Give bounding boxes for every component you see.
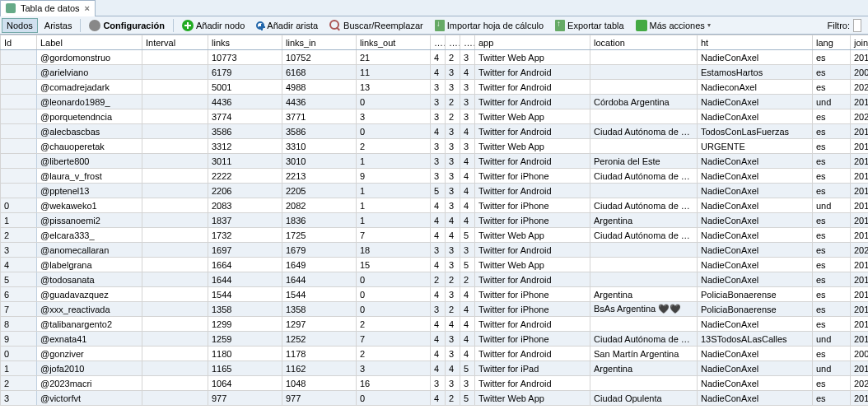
table-cell[interactable] <box>142 184 208 198</box>
table-cell[interactable]: 3 <box>431 154 446 169</box>
add-edge-button[interactable]: Añadir arista <box>251 18 323 33</box>
table-cell[interactable]: 0 <box>357 302 431 317</box>
table-cell[interactable] <box>1 50 37 65</box>
table-cell[interactable]: @comadrejadark <box>37 80 142 95</box>
table-row[interactable]: 0@gonziver118011782434Twitter for Androi… <box>1 347 869 361</box>
table-cell[interactable]: 4 <box>446 361 460 376</box>
table-cell[interactable]: Twitter for iPhone <box>475 302 590 317</box>
table-cell[interactable]: @xxx_reactivada <box>37 302 142 317</box>
table-cell[interactable]: 2020-05-16 <box>851 109 869 124</box>
table-row[interactable]: 1@pissanoemi2183718361444Twitter for iPh… <box>1 213 869 228</box>
table-cell[interactable]: 3 <box>460 50 475 65</box>
table-row[interactable]: 2@elcara333_173217257445Twitter Web AppC… <box>1 228 869 243</box>
table-cell[interactable]: es <box>813 184 851 198</box>
table-cell[interactable]: 1 <box>357 213 431 228</box>
table-cell[interactable]: Twitter Web App <box>475 258 590 272</box>
filter-input[interactable] <box>853 19 861 32</box>
table-cell[interactable]: Twitter for Android <box>475 317 590 332</box>
col-dot2[interactable]: … <box>446 35 460 50</box>
table-cell[interactable]: @talibanargento2 <box>37 317 142 332</box>
table-cell[interactable]: 3 <box>1 243 37 258</box>
table-cell[interactable]: 4 <box>431 50 446 65</box>
table-cell[interactable]: 2017-09-17 <box>851 302 869 317</box>
table-cell[interactable]: 4 <box>460 65 475 80</box>
table-cell[interactable]: Twitter for Android <box>475 243 590 258</box>
table-cell[interactable]: NadieconAxel <box>698 80 813 95</box>
table-cell[interactable]: NadieConAxel <box>698 109 813 124</box>
table-cell[interactable]: 1358 <box>208 302 282 317</box>
table-cell[interactable]: 2083 <box>208 198 282 213</box>
table-cell[interactable]: Twitter for iPad <box>475 361 590 376</box>
table-cell[interactable]: @guadavazquez <box>37 287 142 302</box>
table-cell[interactable]: 3010 <box>282 154 357 169</box>
table-cell[interactable]: 2015-06-12 <box>851 258 869 272</box>
table-cell[interactable]: 2013-06-01 <box>851 50 869 65</box>
table-cell[interactable]: 2010-01-19 <box>851 361 869 376</box>
table-cell[interactable]: PoliciaBonaerense <box>698 287 813 302</box>
table-cell[interactable]: Twitter for iPhone <box>475 198 590 213</box>
table-cell[interactable]: es <box>813 65 851 80</box>
edges-button[interactable]: Aristas <box>40 18 77 33</box>
table-cell[interactable]: 2012-11-08 <box>851 95 869 109</box>
table-cell[interactable] <box>142 272 208 287</box>
table-cell[interactable] <box>590 376 698 391</box>
table-cell[interactable]: 2019-11-26 <box>851 154 869 169</box>
table-cell[interactable]: Twitter for Android <box>475 154 590 169</box>
table-cell[interactable]: Ciudad Autónoma de B... <box>590 169 698 184</box>
table-cell[interactable]: 3 <box>431 302 446 317</box>
table-cell[interactable]: 5001 <box>208 80 282 95</box>
table-cell[interactable] <box>1 124 37 139</box>
table-cell[interactable]: 9 <box>1 332 37 347</box>
table-cell[interactable]: 1162 <box>282 361 357 376</box>
table-cell[interactable]: 3 <box>357 361 431 376</box>
search-replace-button[interactable]: Buscar/Reemplazar <box>324 17 428 34</box>
table-cell[interactable]: 1544 <box>208 287 282 302</box>
table-cell[interactable]: @elcara333_ <box>37 228 142 243</box>
table-cell[interactable]: @anomecallaran <box>37 243 142 258</box>
table-cell[interactable]: 1297 <box>282 317 357 332</box>
table-cell[interactable]: 1048 <box>282 376 357 391</box>
table-cell[interactable]: 2222 <box>208 169 282 184</box>
table-cell[interactable]: 1697 <box>208 243 282 258</box>
table-cell[interactable]: NadieConAxel <box>698 184 813 198</box>
table-cell[interactable]: NadieConAxel <box>698 154 813 169</box>
table-cell[interactable]: 3771 <box>282 109 357 124</box>
table-cell[interactable]: 3 <box>460 376 475 391</box>
table-cell[interactable]: 1836 <box>282 213 357 228</box>
table-row[interactable]: 4@labelgrana1664164915435Twitter Web App… <box>1 258 869 272</box>
table-cell[interactable]: 2020-07-06 <box>851 80 869 95</box>
col-lang[interactable]: lang <box>813 35 851 50</box>
table-cell[interactable]: 3 <box>431 169 446 184</box>
table-cell[interactable]: 1644 <box>208 272 282 287</box>
table-cell[interactable]: 3 <box>446 124 460 139</box>
table-cell[interactable]: Ciudad Autónoma de B... <box>590 228 698 243</box>
table-cell[interactable]: 3 <box>460 95 475 109</box>
table-cell[interactable]: 9 <box>357 169 431 184</box>
table-cell[interactable]: es <box>813 287 851 302</box>
table-cell[interactable]: 4 <box>460 332 475 347</box>
table-cell[interactable]: @leonardo1989_ <box>37 95 142 109</box>
table-cell[interactable]: es <box>813 50 851 65</box>
table-cell[interactable]: Argentina <box>590 287 698 302</box>
table-cell[interactable]: NadieConAxel <box>698 50 813 65</box>
table-row[interactable]: 2@2023macri1064104816333Twitter for Andr… <box>1 376 869 391</box>
table-cell[interactable]: 4436 <box>208 95 282 109</box>
table-cell[interactable]: 2009-11-16 <box>851 347 869 361</box>
table-cell[interactable]: @gordomonstruo <box>37 50 142 65</box>
table-cell[interactable]: Twitter Web App <box>475 109 590 124</box>
table-cell[interactable]: 4 <box>460 154 475 169</box>
table-cell[interactable]: 3 <box>446 80 460 95</box>
table-cell[interactable]: 5 <box>431 184 446 198</box>
table-row[interactable]: @pptenel13220622051534Twitter for Androi… <box>1 184 869 198</box>
table-cell[interactable]: es <box>813 243 851 258</box>
more-actions-button[interactable]: Más acciones ▾ <box>631 17 716 34</box>
table-cell[interactable]: Twitter Web App <box>475 139 590 154</box>
table-cell[interactable] <box>142 124 208 139</box>
table-cell[interactable]: @jofa2010 <box>37 361 142 376</box>
table-cell[interactable]: 3 <box>460 243 475 258</box>
table-cell[interactable]: 16 <box>357 376 431 391</box>
table-cell[interactable]: 4 <box>431 347 446 361</box>
table-cell[interactable]: und <box>813 361 851 376</box>
table-cell[interactable]: Argentina <box>590 213 698 228</box>
table-cell[interactable]: EstamosHartos <box>698 65 813 80</box>
